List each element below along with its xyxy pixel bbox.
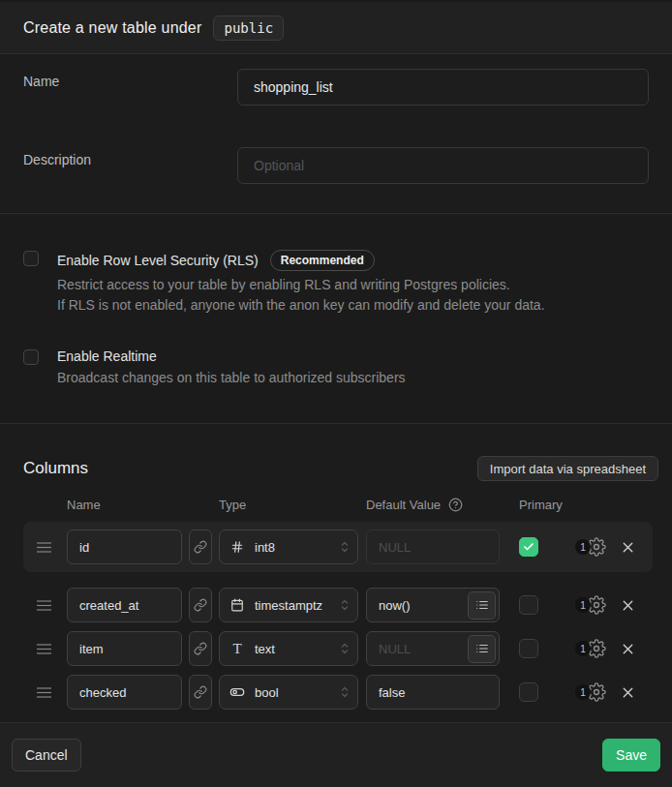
remove-column-button[interactable] xyxy=(620,539,636,556)
link-icon xyxy=(194,685,207,699)
drag-handle-icon[interactable] xyxy=(37,643,60,655)
type-icon xyxy=(229,598,245,612)
link-icon xyxy=(194,598,207,612)
column-settings-button[interactable]: 1 xyxy=(587,595,606,615)
header-primary: Primary xyxy=(519,498,563,512)
close-icon xyxy=(620,597,636,614)
recommended-badge: Recommended xyxy=(270,250,375,271)
link-icon xyxy=(194,540,207,554)
column-default-input[interactable]: now() xyxy=(366,588,500,622)
chevron-updown-icon xyxy=(341,540,349,554)
column-settings-button[interactable]: 1 xyxy=(587,682,606,702)
drag-handle-icon[interactable] xyxy=(37,541,60,554)
column-type-select[interactable]: timestamptz xyxy=(219,588,358,622)
column-type-select[interactable]: T text xyxy=(219,631,358,666)
settings-count-badge: 1 xyxy=(575,539,591,555)
column-type-select[interactable]: bool xyxy=(219,675,358,710)
realtime-description: Broadcast changes on this table to autho… xyxy=(57,368,406,388)
realtime-toggle-block: Enable Realtime Broadcast changes on thi… xyxy=(23,348,649,388)
table-details-section: Name Description xyxy=(0,54,672,214)
columns-heading: Columns xyxy=(23,459,88,478)
chevron-updown-icon xyxy=(341,685,349,699)
type-icon xyxy=(229,540,245,554)
link-icon xyxy=(194,642,207,655)
drag-handle-icon[interactable] xyxy=(37,599,60,612)
foreign-key-button[interactable] xyxy=(189,530,212,564)
column-name-input[interactable] xyxy=(67,530,182,564)
rls-checkbox[interactable] xyxy=(23,251,39,266)
import-spreadsheet-button[interactable]: Import data via spreadsheet xyxy=(477,456,658,481)
realtime-label: Enable Realtime xyxy=(57,348,157,364)
header-default-value: Default Value xyxy=(366,498,519,512)
primary-checkbox[interactable] xyxy=(519,639,538,658)
table-description-input[interactable] xyxy=(237,147,649,184)
column-row: int8 NULL 1 xyxy=(23,530,653,564)
dialog-title: Create a new table under xyxy=(23,19,201,37)
foreign-key-button[interactable] xyxy=(189,675,212,710)
settings-count-badge: 1 xyxy=(575,684,591,700)
remove-column-button[interactable] xyxy=(620,684,636,701)
cancel-button[interactable]: Cancel xyxy=(12,739,81,772)
column-row: bool false 1 xyxy=(23,675,653,710)
column-default-input[interactable]: NULL xyxy=(366,631,500,666)
settings-count-badge: 1 xyxy=(575,641,591,656)
type-icon: T xyxy=(229,642,245,656)
list-icon xyxy=(475,642,489,655)
foreign-key-button[interactable] xyxy=(189,631,212,666)
table-name-input[interactable] xyxy=(237,69,649,106)
header-type: Type xyxy=(219,498,366,512)
rls-description: Restrict access to your table by enablin… xyxy=(57,275,545,316)
drag-handle-icon[interactable] xyxy=(37,686,60,699)
rls-label: Enable Row Level Security (RLS) xyxy=(57,253,259,268)
close-icon xyxy=(620,641,636,657)
list-icon xyxy=(475,598,489,612)
default-suggestions-button[interactable] xyxy=(468,591,496,620)
column-settings-button[interactable]: 1 xyxy=(587,639,606,658)
table-options-section: Enable Row Level Security (RLS) Recommen… xyxy=(0,214,672,424)
name-label: Name xyxy=(23,69,237,106)
settings-count-badge: 1 xyxy=(575,597,591,613)
default-suggestions-button[interactable] xyxy=(468,635,496,663)
primary-checkbox[interactable] xyxy=(519,682,538,702)
dialog-footer: Cancel Save xyxy=(0,723,672,787)
chevron-updown-icon xyxy=(341,642,349,655)
column-name-input[interactable] xyxy=(67,675,182,710)
close-icon xyxy=(620,539,636,556)
column-name-input[interactable] xyxy=(67,588,182,622)
column-row: T text NULL 1 xyxy=(23,631,653,666)
foreign-key-button[interactable] xyxy=(189,588,212,622)
rls-toggle-block: Enable Row Level Security (RLS) Recommen… xyxy=(23,250,649,316)
header-name: Name xyxy=(67,498,182,512)
dialog-header: Create a new table under public xyxy=(0,0,672,54)
primary-checkbox[interactable] xyxy=(519,537,538,557)
type-icon xyxy=(229,684,245,700)
column-default-input[interactable]: false xyxy=(366,675,500,710)
help-icon xyxy=(448,498,463,512)
save-button[interactable]: Save xyxy=(602,739,660,772)
column-type-select[interactable]: int8 xyxy=(219,530,358,564)
schema-badge: public xyxy=(213,15,284,41)
column-row: timestamptz now() 1 xyxy=(23,588,653,622)
column-name-input[interactable] xyxy=(67,631,182,666)
remove-column-button[interactable] xyxy=(620,641,636,657)
columns-table-header: Name Type Default Value Primary xyxy=(23,497,653,512)
chevron-updown-icon xyxy=(341,598,349,612)
column-settings-button[interactable]: 1 xyxy=(587,537,606,557)
close-icon xyxy=(620,684,636,701)
check-icon xyxy=(523,541,535,553)
columns-section: Columns Import data via spreadsheet Name… xyxy=(0,424,672,723)
primary-checkbox[interactable] xyxy=(519,595,538,615)
column-default-input[interactable]: NULL xyxy=(366,530,500,564)
description-label: Description xyxy=(23,147,237,184)
remove-column-button[interactable] xyxy=(620,597,636,614)
realtime-checkbox[interactable] xyxy=(23,349,39,365)
